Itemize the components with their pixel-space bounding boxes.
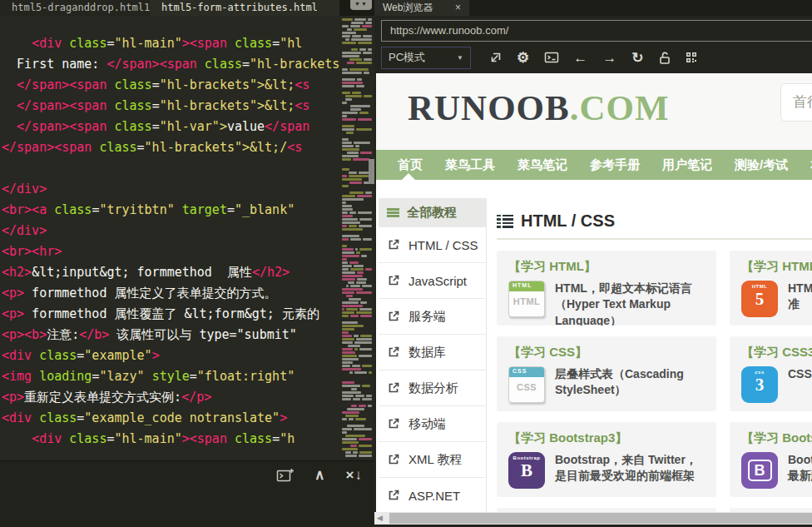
back-icon[interactable]: ← [573, 51, 588, 65]
active-nav-caret [402, 173, 415, 180]
editor-bottom-panel: ∧×↓ [0, 460, 374, 527]
sidebar-item-label: JavaScript [408, 274, 467, 288]
nav-item[interactable]: 参考手册 [590, 157, 640, 173]
tutorial-cards-grid: 【学习 HTML】 HTMLHTML HTML，即超文本标记语言（Hyper T… [497, 251, 812, 512]
tutorial-card[interactable]: 【学习 CSS3】 css3 CSS3 是最新的 CSS 标准 [730, 336, 812, 411]
card-title: 【学习 Bootstrap3】 [508, 430, 705, 446]
html-doc-icon: HTMLHTML [508, 281, 545, 317]
html5-badge-icon: HTML5 [741, 281, 778, 317]
card-title: 【学习 CSS】 [508, 345, 705, 360]
external-link-icon [388, 239, 399, 251]
card-description: HTML，即超文本标记语言（Hyper Text Markup Language… [555, 281, 705, 326]
scrollbar-thumb[interactable] [389, 513, 812, 524]
header-search-box[interactable]: 首行 [780, 83, 812, 122]
sidebar-item-label: 服务端 [408, 309, 446, 325]
collapse-up-icon[interactable]: ∧ [314, 468, 325, 482]
url-input[interactable]: https://www.runoob.com/ [381, 20, 812, 42]
tutorial-card[interactable]: 【学习 Bootstrap4】 B Bootstrap4 是 Bootstrap… [730, 422, 812, 497]
external-link-icon [388, 490, 399, 501]
card-title: 【学习 CSS3】 [741, 345, 812, 360]
lock-open-icon[interactable] [659, 51, 671, 65]
bootstrap4-badge-icon: B [741, 452, 778, 489]
runoob-logo[interactable]: RUNOOB.COM [408, 87, 670, 128]
sidebar-item-label: 数据库 [408, 345, 446, 360]
sidebar-header[interactable]: 全部教程 [379, 198, 486, 227]
code-lines: <div class="hl-main"><span class="hl Fir… [0, 16, 339, 460]
device-mode-select[interactable]: PC模式 ▼ [381, 47, 471, 69]
logo-runoob-text: RUNOOB [408, 88, 570, 127]
nav-item[interactable]: 用户笔记 [662, 157, 712, 173]
external-link-icon [388, 346, 399, 358]
qr-code-icon[interactable] [685, 51, 698, 64]
css3-badge-icon: css3 [741, 366, 778, 403]
editor-tab-bar: html5-draganddrop.html1 html5-form-attri… [0, 0, 374, 16]
tutorial-card[interactable]: 【学习 HTML5】 HTML5 HTML5 是下一代 HTML 标准 [730, 251, 812, 326]
close-icon[interactable]: × [455, 0, 469, 16]
external-link-icon [388, 311, 399, 322]
nav-item[interactable]: 菜鸟笔记 [517, 157, 567, 173]
forward-icon[interactable]: → [602, 51, 617, 65]
tutorial-card[interactable]: 【学习 HTML】 HTMLHTML HTML，即超文本标记语言（Hyper T… [497, 251, 716, 326]
minimap[interactable] [342, 18, 372, 459]
horizontal-scrollbar[interactable]: ◀ [374, 512, 812, 525]
section-heading: HTML / CSS [497, 211, 812, 231]
device-mode-value: PC模式 [389, 50, 425, 65]
gear-icon[interactable]: ⚙ [517, 51, 530, 65]
card-description: 层叠样式表（Cascading StyleSheet） [555, 366, 705, 403]
sidebar-item[interactable]: JavaScript [379, 263, 486, 299]
minimap-scrollbar[interactable] [369, 159, 374, 184]
external-link-icon [388, 418, 399, 430]
list-icon [497, 215, 513, 228]
browser-toolbar: PC模式 ▼ ⚙←→↻ [381, 46, 698, 69]
page-content: 全部教程 HTML / CSS JavaScript 服务端 数据库 数据分析 … [376, 180, 812, 512]
hamburger-icon [387, 208, 399, 217]
browser-tab-label: Web浏览器 [383, 0, 433, 16]
nav-item[interactable]: 菜鸟工具 [445, 157, 495, 173]
webpage: RUNOOB.COM 首行 首页菜鸟工具菜鸟笔记参考手册用户笔记测验/考试本地书… [376, 73, 812, 512]
sidebar-item[interactable]: 服务端 [379, 299, 486, 335]
sidebar-item-label: 数据分析 [408, 380, 458, 396]
sidebar-item[interactable]: XML 教程 [379, 442, 486, 478]
nav-item[interactable]: 测验/考试 [735, 157, 788, 173]
logo-com-text: .COM [570, 88, 670, 127]
web-browser-pane: Web浏览器 × https://www.runoob.com/ PC模式 ▼ … [374, 0, 812, 527]
external-link-icon [388, 382, 399, 394]
new-terminal-icon[interactable] [276, 468, 295, 482]
main-column: HTML / CSS 【学习 HTML】 HTMLHTML HTML，即超文本标… [497, 198, 812, 512]
sidebar-item[interactable]: 数据库 [379, 335, 486, 370]
sidebar-item[interactable]: HTML / CSS [379, 227, 486, 263]
sidebar-item-label: 移动端 [408, 416, 446, 432]
code-editor-pane: html5-draganddrop.html1 html5-form-attri… [0, 0, 374, 527]
sidebar-item[interactable]: 数据分析 [379, 370, 486, 406]
app-window: html5-draganddrop.html1 html5-form-attri… [0, 0, 812, 527]
site-header: RUNOOB.COM 首行 [376, 73, 812, 150]
main-nav: 首页菜鸟工具菜鸟笔记参考手册用户笔记测验/考试本地书签 [376, 150, 812, 180]
card-title: 【学习 HTML5】 [741, 259, 812, 275]
nav-item[interactable]: 首页 [398, 157, 423, 173]
close-panel-icon[interactable]: ×↓ [346, 468, 363, 482]
card-description: CSS3 是最新的 CSS 标准 [788, 366, 812, 403]
popout-icon[interactable] [488, 51, 503, 65]
refresh-icon[interactable]: ↻ [631, 51, 644, 65]
tutorials-sidebar: 全部教程 HTML / CSS JavaScript 服务端 数据库 数据分析 … [379, 198, 487, 512]
sidebar-item[interactable]: 移动端 [379, 406, 486, 442]
sidebar-item-label: ASP.NET [408, 489, 460, 503]
editor-tab-form-attributes[interactable]: html5-form-attributes.html [150, 0, 339, 16]
card-description: Bootstrap4 是 Bootstrap 的最新版本 [788, 452, 812, 489]
external-link-icon [388, 275, 399, 286]
scroll-left-arrow-icon[interactable]: ◀ [377, 514, 383, 522]
card-description: HTML5 是下一代 HTML 标准 [788, 281, 812, 317]
browser-tab[interactable]: Web浏览器 × [374, 0, 469, 16]
sidebar-header-label: 全部教程 [407, 205, 457, 221]
tab-overflow-icon[interactable]: ▼▼ [350, 0, 372, 10]
terminal-icon[interactable] [544, 51, 559, 64]
sidebar-item-label: XML 教程 [408, 452, 462, 468]
sidebar-item[interactable]: ASP.NET [379, 478, 486, 512]
editor-bottom-icons: ∧×↓ [276, 468, 363, 482]
tutorial-card[interactable]: 【学习 Bootstrap3】 BootstrapB Bootstrap，来自 … [497, 422, 716, 497]
sidebar-item-label: HTML / CSS [408, 238, 478, 252]
tutorial-card[interactable]: 【学习 CSS】 CSSCSS 层叠样式表（Cascading StyleShe… [497, 336, 716, 411]
css-doc-icon: CSSCSS [508, 366, 545, 403]
editor-tab-draganddrop[interactable]: html5-draganddrop.html1 [0, 0, 150, 16]
heading-divider [497, 238, 812, 240]
